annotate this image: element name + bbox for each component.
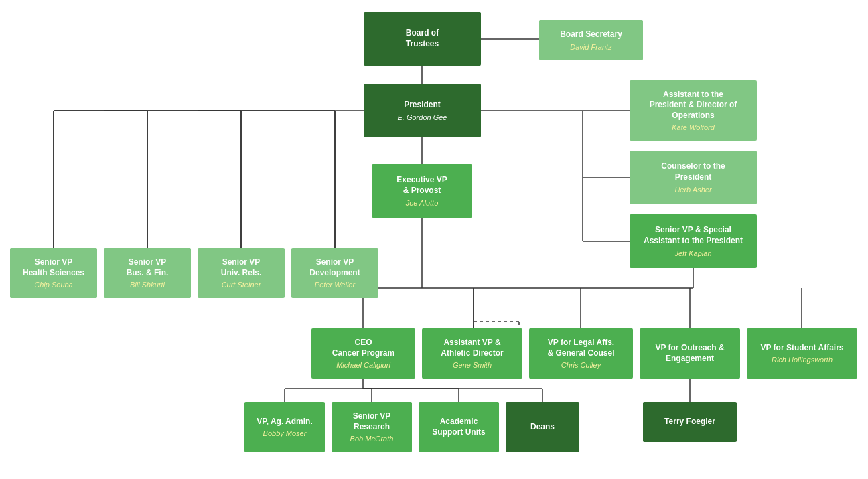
president-title: President [404,100,441,111]
president-name: E. Gordon Gee [398,113,447,121]
vp-legal-node: VP for Legal Affs. & General Cousel Chri… [529,328,633,379]
sr-vp-research-name: Bob McGrath [350,435,394,443]
vp-student-name: Rich Hollingsworth [772,356,833,364]
terry-node: Terry Foegler [643,402,737,442]
vp-ag-name: Bobby Moser [263,429,307,437]
sr-vp-research-node: Senior VP Research Bob McGrath [332,402,412,452]
asst-vp-athletic-title: Assistant VP & Athletic Director [441,338,503,358]
vp-outreach-node: VP for Outreach & Engagement [640,328,740,379]
asst-vp-athletic-node: Assistant VP & Athletic Director Gene Sm… [422,328,522,379]
president-node: President E. Gordon Gee [364,84,481,137]
vp-legal-title: VP for Legal Affs. & General Cousel [547,338,614,358]
vp-student-title: VP for Student Affairs [760,343,843,354]
sr-vp-dev-node: Senior VP Development Peter Weiler [291,248,378,298]
sr-vp-special-name: Jeff Kaplan [674,249,711,257]
sr-vp-bus-name: Bill Shkurti [130,281,165,289]
vp-ag-title: VP, Ag. Admin. [257,417,313,427]
vp-outreach-title: VP for Outreach & Engagement [655,343,724,364]
board-sec-title: Board Secretary [560,29,622,40]
sr-vp-univ-title: Senior VP Univ. Rels. [221,257,261,278]
academic-support-node: Academic Support Units [419,402,499,452]
deans-node: Deans [506,402,579,452]
sr-vp-health-title: Senior VP Health Sciences [23,257,84,278]
deans-title: Deans [530,422,555,433]
terry-title: Terry Foegler [664,417,715,427]
exec-vp-name: Joe Alutto [406,199,439,207]
ceo-cancer-node: CEO Cancer Program Michael Caligiuri [311,328,415,379]
academic-support-title: Academic Support Units [432,417,485,437]
vp-student-node: VP for Student Affairs Rich Hollingswort… [747,328,857,379]
exec-vp-title: Executive VP & Provost [396,175,447,196]
ceo-cancer-name: Michael Caligiuri [336,361,390,369]
asst-vp-athletic-name: Gene Smith [453,361,492,369]
board-secretary-node: Board Secretary David Frantz [539,20,643,60]
board-of-trustees-node: Board of Trustees [364,12,481,66]
sr-vp-bus-title: Senior VP Bus. & Fin. [127,257,169,278]
sr-vp-dev-title: Senior VP Development [309,257,360,278]
board-title: Board of Trustees [406,28,439,49]
sr-vp-special-node: Senior VP & Special Assistant to the Pre… [630,214,757,268]
sr-vp-dev-name: Peter Weiler [315,281,355,289]
board-sec-name: David Frantz [570,43,611,51]
sr-vp-univ-name: Curt Steiner [222,281,261,289]
sr-vp-bus-node: Senior VP Bus. & Fin. Bill Shkurti [104,248,191,298]
sr-vp-univ-node: Senior VP Univ. Rels. Curt Steiner [198,248,285,298]
asst-president-name: Kate Wolford [672,123,715,131]
org-chart: Board of Trustees Board Secretary David … [0,0,868,479]
sr-vp-special-title: Senior VP & Special Assistant to the Pre… [644,225,743,246]
asst-president-node: Assistant to the President & Director of… [630,80,757,141]
vp-legal-name: Chris Culley [561,361,601,369]
ceo-cancer-title: CEO Cancer Program [332,338,394,358]
counselor-node: Counselor to the President Herb Asher [630,151,757,204]
counselor-name: Herb Asher [674,186,711,194]
asst-president-title: Assistant to the President & Director of… [650,90,737,121]
sr-vp-health-name: Chip Souba [34,281,73,289]
sr-vp-health-node: Senior VP Health Sciences Chip Souba [10,248,97,298]
vp-ag-node: VP, Ag. Admin. Bobby Moser [244,402,325,452]
exec-vp-node: Executive VP & Provost Joe Alutto [372,164,472,218]
counselor-title: Counselor to the President [661,161,725,182]
sr-vp-research-title: Senior VP Research [353,411,391,432]
